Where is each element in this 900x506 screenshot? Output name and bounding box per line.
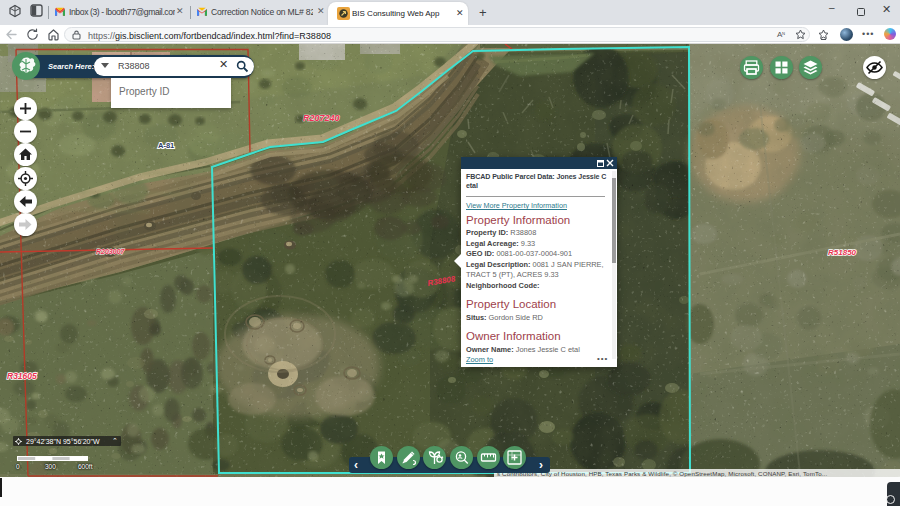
svg-text:R203007: R203007 — [96, 248, 126, 255]
svg-text:R207240: R207240 — [303, 113, 340, 123]
svg-text:A-81: A-81 — [158, 141, 174, 150]
svg-text:R31605: R31605 — [7, 371, 37, 381]
svg-text:R51850: R51850 — [828, 248, 857, 257]
